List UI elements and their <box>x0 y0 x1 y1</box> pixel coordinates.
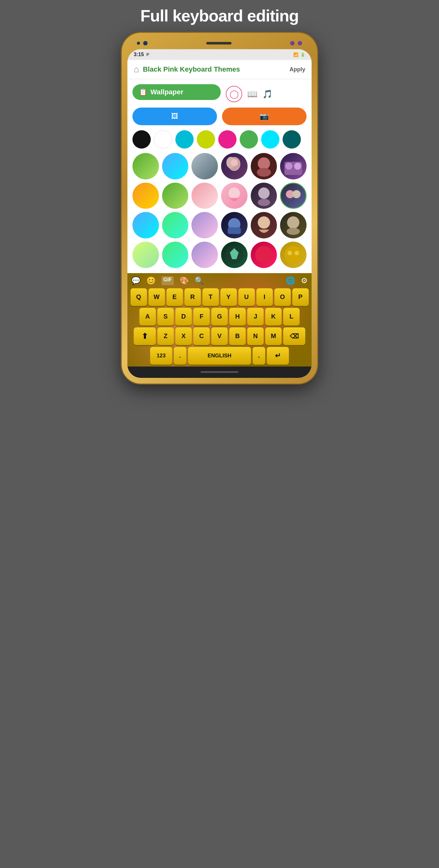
gradient-2[interactable] <box>162 153 189 180</box>
apply-button[interactable]: Apply <box>289 66 305 73</box>
status-time: 3:15 <box>134 52 144 57</box>
key-t[interactable]: T <box>202 288 219 306</box>
kb-search-icon[interactable]: 🔍 <box>195 276 204 285</box>
gradient-12[interactable] <box>191 242 218 268</box>
key-enter[interactable]: ↵ <box>267 347 289 365</box>
key-p[interactable]: P <box>292 288 309 306</box>
note-icon[interactable]: 🎵 <box>262 89 273 99</box>
key-r[interactable]: R <box>185 288 201 306</box>
home-icon[interactable]: ⌂ <box>134 64 139 74</box>
gradient-3[interactable] <box>191 153 218 180</box>
status-right: 📶 🔋 <box>293 52 305 57</box>
phone-top-bar <box>127 38 312 49</box>
key-i[interactable]: I <box>256 288 273 306</box>
photo-10[interactable] <box>221 242 248 268</box>
color-teal[interactable] <box>175 130 194 149</box>
key-m[interactable]: M <box>265 328 282 345</box>
media-buttons-row: 🖼 📷 <box>132 107 307 125</box>
wallpaper-button[interactable]: 📋 Wallpaper <box>132 84 221 100</box>
gradient-9[interactable] <box>191 212 218 239</box>
wallpaper-icon: 📋 <box>139 88 147 96</box>
camera-dot-r1 <box>290 41 294 45</box>
key-o[interactable]: O <box>274 288 291 306</box>
svg-point-9 <box>258 187 269 199</box>
svg-point-4 <box>257 168 271 177</box>
photo-8[interactable] <box>251 212 277 239</box>
kb-settings-icon[interactable]: ⚙ <box>301 276 308 285</box>
gradient-1[interactable] <box>132 153 159 180</box>
kb-emoji-icon[interactable]: 😊 <box>146 276 156 285</box>
photo-5[interactable] <box>251 183 277 209</box>
circle-icon-1[interactable]: ◯ <box>226 86 242 102</box>
key-u[interactable]: U <box>239 288 255 306</box>
gradient-10[interactable] <box>132 242 159 268</box>
photo-2[interactable] <box>251 153 277 180</box>
photo-4[interactable] <box>221 183 248 209</box>
kb-chat-icon[interactable]: 💬 <box>131 276 140 285</box>
key-c[interactable]: C <box>193 328 210 345</box>
color-white[interactable] <box>154 130 172 149</box>
key-123[interactable]: 123 <box>150 347 172 365</box>
svg-point-22 <box>294 251 299 255</box>
color-pink[interactable] <box>218 130 237 149</box>
key-d[interactable]: D <box>175 308 192 326</box>
camera-dot-1 <box>137 42 140 45</box>
key-a[interactable]: A <box>139 308 156 326</box>
key-v[interactable]: V <box>211 328 228 345</box>
gradient-5[interactable] <box>162 183 189 209</box>
gradient-7[interactable] <box>132 212 159 239</box>
key-z[interactable]: Z <box>157 328 174 345</box>
key-b[interactable]: B <box>229 328 246 345</box>
gradient-11[interactable] <box>162 242 189 268</box>
key-j[interactable]: J <box>247 308 264 326</box>
photo-1[interactable] <box>221 153 248 180</box>
key-f[interactable]: F <box>193 308 210 326</box>
color-lime[interactable] <box>197 130 215 149</box>
battery-icon: 🔋 <box>300 52 305 57</box>
kb-globe-icon[interactable]: 🌐 <box>286 276 295 285</box>
svg-point-3 <box>258 157 270 170</box>
svg-point-8 <box>229 187 240 199</box>
color-dark-teal[interactable] <box>283 130 301 149</box>
app-header: ⌂ Black Pink Keyboard Themes Apply <box>127 60 312 79</box>
photo-7[interactable] <box>221 212 248 239</box>
gallery-button[interactable]: 🖼 <box>132 107 217 125</box>
gradient-8[interactable] <box>162 212 189 239</box>
key-w[interactable]: W <box>149 288 165 306</box>
key-n[interactable]: N <box>247 328 264 345</box>
circle-icon-graphic: ◯ <box>229 89 239 99</box>
gradient-6[interactable] <box>191 183 218 209</box>
key-y[interactable]: Y <box>220 288 237 306</box>
svg-point-2 <box>231 159 238 166</box>
color-cyan[interactable] <box>261 130 279 149</box>
key-shift[interactable]: ⬆ <box>134 328 156 345</box>
kb-palette-icon[interactable]: 🎨 <box>180 276 189 285</box>
photo-6[interactable] <box>280 183 307 209</box>
key-l[interactable]: L <box>283 308 300 326</box>
key-q[interactable]: Q <box>131 288 147 306</box>
photo-9[interactable] <box>280 212 307 239</box>
key-h[interactable]: H <box>229 308 246 326</box>
keyboard-row-2: A S D F G H J K L <box>130 308 309 326</box>
app-title: Black Pink Keyboard Themes <box>143 65 286 73</box>
bottom-nav <box>127 367 312 378</box>
photo-3[interactable] <box>280 153 307 180</box>
photo-12[interactable] <box>280 242 307 268</box>
key-x[interactable]: X <box>175 328 192 345</box>
kb-gif-label[interactable]: GIF <box>161 276 174 285</box>
gradient-4[interactable] <box>132 183 159 209</box>
key-k[interactable]: K <box>265 308 282 326</box>
color-green[interactable] <box>240 130 258 149</box>
signal-icon: 📶 <box>293 52 299 57</box>
key-space[interactable]: ENGLISH <box>188 347 251 365</box>
color-black[interactable] <box>132 130 151 149</box>
key-e[interactable]: E <box>166 288 183 306</box>
key-s[interactable]: S <box>157 308 174 326</box>
key-backspace[interactable]: ⌫ <box>283 328 305 345</box>
book-icon[interactable]: 📖 <box>247 89 257 99</box>
photo-11[interactable] <box>251 242 277 268</box>
camera-button[interactable]: 📷 <box>222 107 307 125</box>
key-dot-left[interactable]: . <box>174 347 186 365</box>
key-g[interactable]: G <box>211 308 228 326</box>
key-dot-right[interactable]: . <box>253 347 265 365</box>
